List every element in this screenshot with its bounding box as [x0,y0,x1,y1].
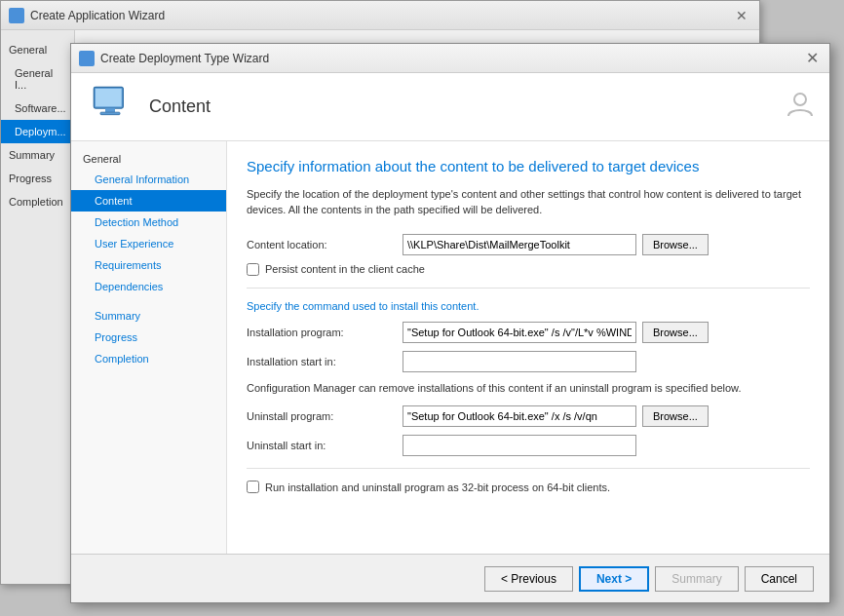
bg-sidebar: General General I... Software... Deploym… [1,30,75,584]
modal-header: Content [71,73,829,141]
modal-content-area: Specify information about the content to… [227,141,829,554]
uninstall-program-input[interactable] [403,405,636,427]
nav-item-dependencies[interactable]: Dependencies [71,276,226,297]
content-location-input[interactable] [403,234,636,255]
nav-item-summary[interactable]: Summary [71,305,226,327]
bg-sidebar-progress[interactable]: Progress [1,167,74,190]
svg-rect-1 [96,89,122,106]
bg-sidebar-completion[interactable]: Completion [1,190,74,213]
bg-sidebar-summary[interactable]: Summary [1,143,74,167]
uninstall-program-row: Uninstall program: Browse... [247,405,810,427]
nav-section-general: General [71,149,226,169]
bg-sidebar-general[interactable]: General [1,38,74,61]
modal-icon [79,51,95,66]
modal-header-icon [87,84,134,131]
run32bit-label: Run installation and uninstall program a… [265,481,610,493]
uninstall-start-input[interactable] [403,435,636,456]
persist-cache-label: Persist content in the client cache [265,263,425,275]
divider-2 [247,468,810,469]
bg-window-icon [9,8,24,23]
modal-close-button[interactable]: ✕ [802,49,822,68]
uninstall-start-label: Uninstall start in: [247,440,403,451]
modal-header-title: Content [149,96,211,117]
install-program-row: Installation program: Browse... [247,322,810,343]
svg-rect-2 [105,108,115,112]
nav-item-completion[interactable]: Completion [71,348,226,369]
nav-item-user-experience[interactable]: User Experience [71,233,226,254]
modal-title: Create Deployment Type Wizard [100,52,802,65]
run32bit-row: Run installation and uninstall program a… [247,481,810,493]
modal-footer: < Previous Next > Summary Cancel [71,554,829,602]
install-program-input[interactable] [403,322,636,343]
bg-titlebar: Create Application Wizard ✕ [1,1,759,30]
run32bit-checkbox[interactable] [247,481,259,493]
install-section-label: Specify the command used to install this… [247,300,810,312]
install-start-label: Installation start in: [247,356,403,367]
uninstall-program-browse-button[interactable]: Browse... [642,405,709,427]
install-start-row: Installation start in: [247,351,810,372]
divider-1 [247,288,810,289]
install-start-input[interactable] [403,351,636,372]
install-program-label: Installation program: [247,327,403,338]
cancel-button[interactable]: Cancel [745,566,814,592]
content-location-browse-button[interactable]: Browse... [642,234,709,255]
deployment-type-wizard: Create Deployment Type Wizard ✕ Content … [70,43,830,603]
svg-rect-3 [100,112,120,115]
content-heading: Specify information about the content to… [247,157,810,176]
modal-header-person-icon [786,91,814,124]
summary-button[interactable]: Summary [655,566,738,592]
persist-cache-checkbox[interactable] [247,263,259,276]
nav-item-content[interactable]: Content [71,190,226,212]
bg-close-button[interactable]: ✕ [732,6,751,25]
content-location-row: Content location: Browse... [247,234,810,255]
previous-button[interactable]: < Previous [484,566,573,592]
svg-point-4 [794,94,806,105]
content-description: Specify the location of the deployment t… [247,186,810,218]
nav-item-progress[interactable]: Progress [71,327,226,348]
install-program-browse-button[interactable]: Browse... [642,322,709,343]
uninstall-start-row: Uninstall start in: [247,435,810,456]
uninstall-program-label: Uninstall program: [247,410,403,422]
bg-sidebar-general-info[interactable]: General I... [1,61,74,96]
nav-item-general-information[interactable]: General Information [71,169,226,190]
modal-body: General General Information Content Dete… [71,141,829,554]
bg-sidebar-deployment[interactable]: Deploym... [1,120,74,143]
bg-window-title: Create Application Wizard [30,9,732,22]
bg-sidebar-software[interactable]: Software... [1,96,74,120]
remove-note: Configuration Manager can remove install… [247,380,810,397]
modal-titlebar: Create Deployment Type Wizard ✕ [71,44,829,73]
next-button[interactable]: Next > [579,566,649,592]
modal-nav: General General Information Content Dete… [71,141,227,554]
content-location-label: Content location: [247,239,403,250]
nav-item-detection-method[interactable]: Detection Method [71,212,226,233]
persist-cache-row: Persist content in the client cache [247,263,810,276]
nav-item-requirements[interactable]: Requirements [71,254,226,276]
